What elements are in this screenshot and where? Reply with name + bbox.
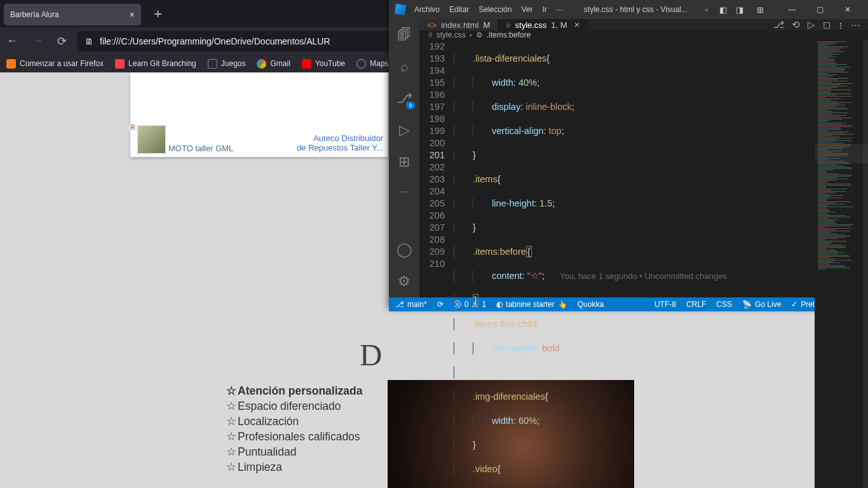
layout-icon[interactable]: ▫ — [702, 5, 712, 15]
forward-button[interactable]: → — [32, 34, 43, 48]
tab-modified: M — [483, 20, 490, 30]
list-item: Limpieza — [226, 460, 362, 475]
maximize-button[interactable]: ▢ — [806, 0, 834, 19]
bookmark-item[interactable]: YouTube — [302, 59, 345, 69]
split-editor-icon[interactable]: ⫶ — [838, 20, 843, 30]
revert-icon[interactable]: ⟲ — [792, 19, 800, 30]
editor-tabs: <> index.html M # style.css 1, M × ⎇ ⟲ ▷… — [419, 19, 868, 30]
window-title: style.css - html y css - Visual... — [584, 5, 688, 14]
more-icon[interactable]: ⋯ — [400, 186, 409, 197]
features-list: Atención personalizada Espacio diferenci… — [226, 384, 362, 475]
settings-gear-icon[interactable]: ⚙ — [398, 273, 410, 290]
url-text: file:///C:/Users/Programming/OneDrive/Do… — [100, 36, 330, 46]
menu-bar: Archivo Editar Selección Ver Ir ··· — [414, 5, 563, 14]
vscode-titlebar[interactable]: Archivo Editar Selección Ver Ir ··· styl… — [389, 0, 868, 19]
menu-item[interactable]: Ir — [542, 5, 546, 14]
layout-icon[interactable]: ⊞ — [755, 5, 765, 15]
menu-item[interactable]: ··· — [557, 5, 563, 14]
code-lines[interactable]: .lista-diferenciales{ width: 40%; displa… — [454, 39, 815, 488]
scm-badge: 9 — [406, 102, 414, 109]
menu-item[interactable]: Archivo — [414, 5, 440, 14]
accounts-icon[interactable]: ◯ — [397, 241, 412, 258]
bookmark-item[interactable]: Learn Git Branching — [115, 59, 196, 69]
bookmark-item[interactable]: Gmail — [257, 59, 290, 69]
editor-tab-style-css[interactable]: # style.css 1, M × — [498, 19, 588, 30]
breadcrumb[interactable]: # style.css › ⚙ .items:before — [419, 30, 868, 39]
map-thumbnail — [137, 125, 166, 154]
chevron-right-icon: › — [470, 30, 472, 39]
menu-item[interactable]: Selección — [478, 5, 512, 14]
tab-title: Barbería Alura — [10, 10, 59, 19]
list-item: Profesionales calificados — [226, 430, 362, 445]
run-icon[interactable]: ▷ — [808, 19, 815, 30]
page-heading: D — [360, 337, 382, 373]
vscode-window: Archivo Editar Selección Ver Ir ··· styl… — [389, 0, 868, 308]
tab-actions: ⎇ ⟲ ▷ ◻ ⫶ ⋯ — [766, 19, 868, 30]
activity-bar: 🗐 ⌕ ⎇9 ▷ ⊞ ⋯ ◯ ⚙ — [389, 19, 419, 297]
split-icon[interactable]: ◻ — [823, 19, 831, 30]
layout-icon[interactable]: ◧ — [718, 5, 728, 15]
map-poi-label[interactable]: Auteco Distribuidorde Repuestos Taller Y… — [297, 134, 383, 153]
reload-button[interactable]: ⟳ — [57, 34, 67, 48]
breadcrumb-symbol[interactable]: .items:before — [487, 30, 531, 39]
bookmark-item[interactable]: Maps — [356, 59, 388, 69]
breadcrumb-file[interactable]: style.css — [437, 30, 466, 39]
line-gutter: 1921931941951961971981992002012022032042… — [419, 39, 454, 488]
source-control-icon[interactable]: ⎇9 — [397, 90, 412, 107]
minimize-button[interactable]: ― — [778, 0, 806, 19]
code-editor[interactable]: 1921931941951961971981992002012022032042… — [419, 39, 868, 488]
editor-tab-index-html[interactable]: <> index.html M — [419, 19, 498, 30]
page-info-icon[interactable]: 🗎 — [85, 36, 93, 46]
bookmark-item[interactable]: Juegos — [208, 59, 246, 69]
new-tab-button[interactable]: ＋ — [151, 4, 165, 22]
git-blame-lens: You, hace 1 segundo • Uncommitted change… — [560, 271, 727, 281]
list-item: Atención personalizada — [226, 384, 362, 399]
tab-modified: 1, M — [551, 20, 567, 30]
layout-icon[interactable]: ◨ — [735, 5, 745, 15]
symbol-icon: ⚙ — [476, 30, 483, 39]
css-file-icon: # — [428, 30, 433, 39]
minimap[interactable] — [815, 39, 868, 488]
close-tab-icon[interactable]: × — [130, 10, 135, 20]
back-button[interactable]: ← — [6, 34, 18, 48]
extensions-icon[interactable]: ⊞ — [398, 154, 410, 170]
tab-label: style.css — [515, 20, 547, 30]
map-embed[interactable]: R LA MOTO taller GML Auteco Distribuidor… — [130, 72, 388, 157]
close-tab-icon[interactable]: × — [574, 20, 580, 30]
bookmark-item[interactable]: Comenzar a usar Firefox — [6, 59, 104, 69]
more-actions-icon[interactable]: ⋯ — [851, 19, 860, 30]
menu-item[interactable]: Editar — [449, 5, 469, 14]
browser-tab[interactable]: Barbería Alura × — [4, 4, 141, 25]
css-file-icon: # — [506, 20, 510, 30]
tab-label: index.html — [441, 20, 478, 30]
run-debug-icon[interactable]: ▷ — [399, 122, 410, 139]
layout-controls: ▫ ◧ ◨ ⊞ — [702, 5, 765, 15]
html-file-icon: <> — [427, 20, 437, 30]
search-icon[interactable]: ⌕ — [400, 58, 409, 75]
map-poi-label[interactable]: MOTO taller GML — [168, 144, 233, 153]
compare-icon[interactable]: ⎇ — [773, 19, 784, 30]
editor-group: <> index.html M # style.css 1, M × ⎇ ⟲ ▷… — [419, 19, 868, 297]
close-button[interactable]: ✕ — [834, 0, 862, 19]
menu-item[interactable]: Ver — [521, 5, 532, 14]
list-item: Espacio diferenciado — [226, 399, 362, 414]
explorer-icon[interactable]: 🗐 — [397, 27, 411, 43]
list-item: Puntualidad — [226, 445, 362, 460]
list-item: Localización — [226, 414, 362, 430]
vscode-logo-icon — [395, 4, 407, 16]
